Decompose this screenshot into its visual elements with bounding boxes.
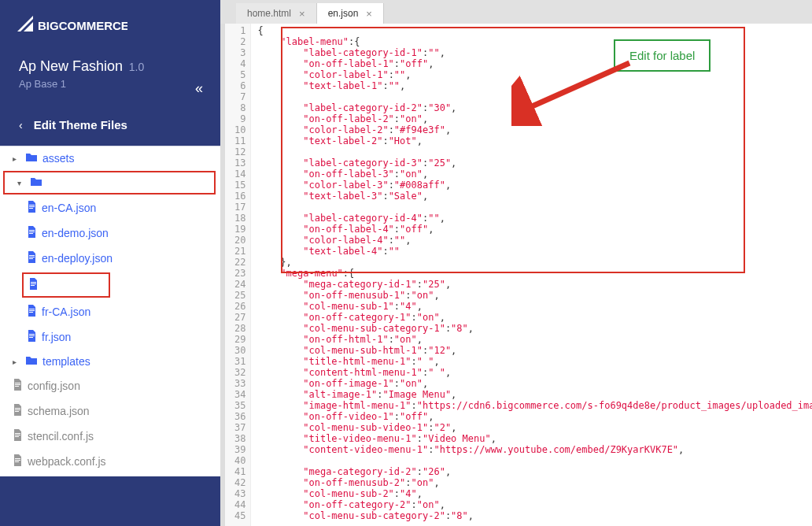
tree-file[interactable]: stencil.conf.js bbox=[0, 424, 220, 449]
tree-file[interactable]: config.json bbox=[0, 373, 220, 398]
theme-version: 1.0 bbox=[129, 61, 144, 73]
svg-rect-27 bbox=[15, 433, 20, 434]
folder-label: assets bbox=[42, 152, 74, 165]
theme-header: Ap New Fashion 1.0 Ap Base 1 bbox=[0, 44, 220, 96]
file-icon bbox=[13, 379, 23, 393]
tree-folder-lang[interactable]: ▾ lang bbox=[5, 172, 214, 193]
svg-rect-17 bbox=[29, 312, 33, 313]
svg-rect-23 bbox=[15, 386, 19, 387]
svg-rect-28 bbox=[15, 435, 20, 435]
file-label: stencil.conf.js bbox=[28, 430, 94, 443]
collapse-sidebar-button[interactable]: « bbox=[195, 80, 203, 97]
file-icon bbox=[28, 278, 39, 292]
svg-rect-26 bbox=[15, 411, 19, 412]
code-editor[interactable]: 1234567891011121314151617181920212223242… bbox=[225, 24, 812, 526]
tree-file[interactable]: schema.json bbox=[0, 398, 220, 424]
svg-rect-13 bbox=[31, 283, 36, 284]
svg-rect-20 bbox=[29, 337, 33, 338]
tree-file-en-json[interactable]: en.json bbox=[24, 274, 109, 296]
svg-rect-16 bbox=[29, 310, 35, 311]
file-icon bbox=[27, 305, 37, 319]
sidebar: BIGCOMMERCE Ap New Fashion 1.0 Ap Base 1… bbox=[0, 0, 220, 526]
svg-rect-21 bbox=[15, 383, 20, 383]
folder-icon bbox=[30, 176, 42, 189]
svg-rect-30 bbox=[15, 458, 20, 459]
annotation-label-box: Edit for label bbox=[614, 39, 710, 72]
tree-file[interactable]: fr-CA.json bbox=[0, 299, 220, 324]
highlighted-en-json: en.json bbox=[22, 272, 110, 298]
file-label: en-deploy.json bbox=[42, 252, 113, 265]
tab-en-json[interactable]: en.json × bbox=[317, 3, 384, 24]
file-icon bbox=[27, 226, 37, 240]
svg-rect-6 bbox=[29, 230, 35, 231]
editor-tabs: home.html × en.json × bbox=[220, 0, 812, 24]
svg-rect-25 bbox=[15, 409, 20, 410]
edit-theme-label: Edit Theme Files bbox=[34, 118, 127, 132]
edit-section: ‹ Edit Theme Files bbox=[0, 96, 220, 146]
svg-rect-4 bbox=[29, 206, 35, 207]
svg-rect-9 bbox=[29, 255, 35, 256]
annotation-text: Edit for label bbox=[629, 49, 695, 62]
svg-rect-32 bbox=[15, 461, 19, 462]
file-icon bbox=[27, 251, 37, 265]
svg-rect-14 bbox=[31, 285, 35, 286]
file-label: en.json bbox=[43, 280, 76, 291]
line-numbers: 1234567891011121314151617181920212223242… bbox=[225, 24, 251, 526]
file-icon bbox=[13, 429, 23, 443]
tree-file[interactable]: en-deploy.json bbox=[0, 246, 220, 271]
svg-rect-24 bbox=[15, 408, 20, 409]
svg-rect-8 bbox=[29, 233, 33, 234]
file-icon bbox=[27, 201, 37, 215]
tab-label: home.html bbox=[247, 8, 291, 19]
chevron-right-icon: ▸ bbox=[13, 357, 20, 366]
tab-label: en.json bbox=[328, 8, 359, 19]
folder-label: templates bbox=[42, 355, 90, 368]
back-arrow-icon[interactable]: ‹ bbox=[19, 119, 23, 132]
tree-file[interactable]: webpack.conf.js bbox=[0, 449, 220, 474]
highlighted-lang-folder: ▾ lang bbox=[3, 171, 216, 194]
svg-rect-7 bbox=[29, 232, 35, 232]
tree-file[interactable]: en-CA.json bbox=[0, 195, 220, 220]
file-label: fr-CA.json bbox=[42, 306, 90, 318]
file-label: config.json bbox=[28, 380, 80, 392]
file-label: schema.json bbox=[28, 405, 90, 417]
tab-home-html[interactable]: home.html × bbox=[236, 3, 317, 24]
file-tree: ▸ assets ▾ lang en-CA.json en-demo.json bbox=[0, 146, 220, 476]
svg-rect-15 bbox=[29, 309, 35, 309]
tree-file[interactable]: fr.json bbox=[0, 324, 220, 350]
folder-label: lang bbox=[47, 177, 67, 189]
svg-rect-3 bbox=[29, 205, 35, 206]
svg-rect-10 bbox=[29, 257, 35, 257]
file-label: en-CA.json bbox=[42, 202, 96, 214]
svg-text:BIGCOMMERCE: BIGCOMMERCE bbox=[38, 19, 127, 32]
theme-base: Ap Base 1 bbox=[19, 78, 201, 90]
file-label: en-demo.json bbox=[42, 227, 109, 239]
close-icon[interactable]: × bbox=[299, 8, 305, 20]
brand-logo: BIGCOMMERCE bbox=[0, 0, 220, 44]
file-icon bbox=[27, 330, 37, 344]
svg-rect-22 bbox=[15, 384, 20, 385]
svg-rect-29 bbox=[15, 436, 19, 437]
tree-folder-templates[interactable]: ▸ templates bbox=[0, 350, 220, 373]
svg-rect-12 bbox=[31, 282, 36, 283]
editor-area: home.html × en.json × 123456789101112131… bbox=[220, 0, 812, 526]
tree-folder-assets[interactable]: ▸ assets bbox=[0, 146, 220, 170]
file-icon bbox=[13, 454, 23, 469]
chevron-right-icon: ▸ bbox=[13, 154, 20, 163]
chevron-down-icon: ▾ bbox=[17, 179, 25, 187]
file-label: webpack.conf.js bbox=[28, 455, 106, 468]
code-content[interactable]: { "label-menu":{ "label-category-id-1":"… bbox=[251, 24, 812, 526]
theme-name: Ap New Fashion bbox=[19, 58, 123, 74]
folder-icon bbox=[25, 152, 38, 165]
file-label: fr.json bbox=[42, 331, 71, 343]
svg-rect-31 bbox=[15, 460, 20, 461]
file-icon bbox=[13, 404, 23, 418]
folder-icon bbox=[25, 355, 38, 368]
svg-rect-19 bbox=[29, 335, 35, 336]
svg-rect-11 bbox=[29, 258, 33, 259]
tree-file[interactable]: en-demo.json bbox=[0, 220, 220, 246]
close-icon[interactable]: × bbox=[366, 8, 372, 20]
svg-rect-18 bbox=[29, 334, 35, 335]
svg-rect-5 bbox=[29, 208, 33, 209]
